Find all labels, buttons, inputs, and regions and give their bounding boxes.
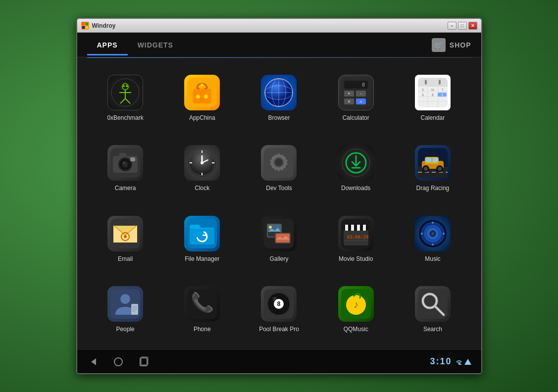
svg-marker-147 [91, 358, 96, 365]
app-item-moviestudio[interactable]: 03:06:29 Movie Studio [317, 204, 394, 274]
app-item-appchina[interactable]: AppChina [164, 63, 241, 133]
svg-text:=: = [359, 99, 362, 104]
app-item-dragracing[interactable]: Drag Racing [394, 133, 471, 203]
svg-rect-63 [119, 153, 126, 157]
app-item-camera[interactable]: Camera [87, 133, 164, 203]
app-label-devtools: Dev Tools [266, 185, 292, 192]
app-icon-poolbreak: 8 [261, 286, 297, 322]
main-window: Windroy – □ ✕ APPS WIDGETS 🛒 SHOP [76, 18, 482, 374]
app-item-calculator[interactable]: 0 + - × = Calculator [317, 63, 394, 133]
shop-icon: 🛒 [432, 38, 446, 52]
home-button[interactable] [113, 356, 124, 367]
tab-bar: APPS WIDGETS 🛒 SHOP [77, 33, 481, 57]
svg-point-88 [424, 167, 428, 171]
svg-text:📞: 📞 [191, 291, 214, 314]
svg-rect-127 [131, 304, 138, 315]
svg-point-102 [269, 226, 272, 229]
app-icon-phone: 📞 [184, 286, 220, 322]
svg-text:8: 8 [277, 300, 281, 307]
app-icon-people [107, 286, 143, 322]
app-grid: 0xBenchmark [77, 58, 481, 349]
app-item-search[interactable]: Search [394, 274, 471, 344]
app-icon-clock [184, 145, 220, 181]
svg-point-124 [443, 233, 445, 235]
svg-point-18 [198, 88, 200, 90]
app-label-dragracing: Drag Racing [416, 185, 450, 192]
nav-bar: 3:10 [77, 349, 481, 373]
app-item-email[interactable]: Email [87, 204, 164, 274]
app-item-clock[interactable]: Clock [164, 133, 241, 203]
svg-point-75 [275, 159, 282, 166]
svg-rect-108 [345, 225, 348, 231]
maximize-button[interactable]: □ [458, 22, 467, 30]
svg-rect-111 [363, 225, 366, 231]
app-item-browser[interactable]: Browser [241, 63, 317, 133]
tab-widgets[interactable]: WIDGETS [128, 35, 183, 55]
app-item-phone[interactable]: 📞 Phone [164, 274, 241, 344]
app-label-filemanager: File Manager [185, 255, 219, 262]
app-label-music: Music [425, 255, 440, 262]
app-label-people: People [116, 326, 134, 333]
svg-rect-2 [82, 26, 85, 29]
app-icon-devtools [261, 145, 297, 181]
app-item-calendar[interactable]: S M T 1 2 3 Calendar [394, 63, 471, 133]
app-icon-browser [261, 75, 297, 110]
svg-point-120 [431, 232, 434, 235]
svg-rect-1 [86, 23, 88, 25]
svg-point-123 [421, 233, 423, 235]
app-icon-0xbenchmark [107, 75, 143, 110]
app-item-music[interactable]: Music [394, 204, 471, 274]
svg-point-61 [123, 162, 125, 164]
svg-point-17 [204, 95, 208, 98]
svg-text:+: + [348, 91, 350, 96]
app-item-downloads[interactable]: Downloads [317, 133, 394, 203]
nav-buttons [87, 356, 150, 367]
svg-rect-109 [351, 225, 354, 231]
app-icon-qqmusic: ♪ [338, 286, 374, 322]
app-label-poolbreak: Pool Break Pro [259, 326, 299, 333]
svg-rect-110 [357, 225, 360, 231]
recent-button[interactable] [139, 356, 150, 367]
svg-point-138 [273, 297, 277, 301]
app-icon-downloads [338, 145, 374, 181]
svg-point-90 [438, 167, 442, 171]
app-item-filemanager[interactable]: File Manager [164, 204, 241, 274]
app-label-browser: Browser [268, 114, 290, 121]
svg-rect-46 [425, 80, 427, 85]
app-item-devtools[interactable]: Dev Tools [241, 133, 317, 203]
svg-text:S: S [422, 88, 424, 92]
app-label-calendar: Calendar [421, 114, 445, 121]
app-label-camera: Camera [115, 185, 136, 192]
svg-rect-85 [426, 158, 431, 162]
app-icon [81, 22, 89, 30]
app-item-people[interactable]: People [87, 274, 164, 344]
svg-marker-152 [464, 359, 471, 365]
title-bar: Windroy – □ ✕ [77, 19, 481, 33]
tab-apps[interactable]: APPS [87, 35, 128, 55]
svg-rect-40 [418, 83, 448, 87]
svg-point-15 [201, 84, 203, 87]
svg-point-16 [196, 95, 200, 98]
app-icon-appchina [184, 75, 220, 110]
svg-rect-62 [130, 157, 135, 161]
app-label-gallery: Gallery [269, 255, 288, 262]
app-icon-calendar: S M T 1 2 3 [415, 75, 451, 110]
svg-text:2: 2 [432, 93, 434, 97]
svg-text:0: 0 [362, 82, 365, 88]
close-button[interactable]: ✕ [468, 22, 477, 30]
app-item-poolbreak[interactable]: 8 Pool Break Pro [241, 274, 317, 344]
svg-rect-14 [193, 89, 211, 103]
app-label-email: Email [118, 255, 133, 262]
svg-text:×: × [348, 99, 350, 104]
app-label-phone: Phone [194, 326, 211, 333]
app-item-0xbenchmark[interactable]: 0xBenchmark [87, 63, 164, 133]
app-label-qqmusic: QQMusic [344, 326, 368, 333]
back-button[interactable] [87, 356, 98, 367]
app-item-gallery[interactable]: Gallery [241, 204, 317, 274]
signal-strength-icon [464, 358, 471, 365]
svg-text:3: 3 [441, 93, 443, 97]
shop-button[interactable]: 🛒 SHOP [432, 38, 471, 52]
app-item-qqmusic[interactable]: ♪ QQMusic [317, 274, 394, 344]
svg-rect-47 [439, 80, 441, 85]
minimize-button[interactable]: – [448, 22, 457, 30]
